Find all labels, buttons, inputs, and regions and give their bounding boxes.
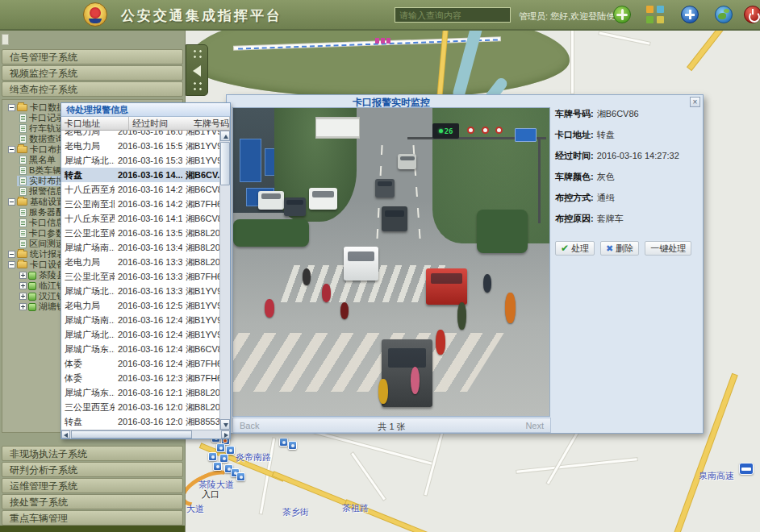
map-label-road: 茶乡街 xyxy=(282,506,309,518)
tree-expander-icon[interactable] xyxy=(19,303,27,310)
tree-node-icon xyxy=(19,239,27,248)
detail-row: 车牌颜色:灰色 xyxy=(555,171,700,183)
dashboard-grid-icon[interactable] xyxy=(646,6,664,23)
map-tools-icon[interactable] xyxy=(613,6,631,23)
one-key-handle-button[interactable]: 一键处理 xyxy=(645,241,691,256)
parked-car xyxy=(309,188,337,210)
car-dark xyxy=(382,206,407,231)
alarm-row[interactable]: 犀城广场北... 2016-03-16 13:3... 湘B1YV96 xyxy=(61,284,220,298)
map-road xyxy=(351,452,386,500)
horizontal-scrollbar[interactable] xyxy=(61,430,230,438)
tree-expander-icon[interactable] xyxy=(19,272,27,279)
close-icon[interactable]: × xyxy=(690,97,700,107)
tree-expander-icon[interactable] xyxy=(8,251,15,258)
column-header[interactable]: 卡口地址 xyxy=(61,117,129,130)
vertical-scrollbar[interactable] xyxy=(219,131,230,430)
app-header: 公安交通集成指挥平台 管理员: 您好,欢迎登陆使用 xyxy=(0,0,760,31)
logout-power-icon[interactable] xyxy=(744,6,760,23)
tree-expander-icon[interactable] xyxy=(8,104,15,111)
camera-marker[interactable] xyxy=(279,438,288,447)
sidebar-subsystem-item[interactable]: 运维管理子系统 xyxy=(2,478,183,493)
camera-marker[interactable] xyxy=(288,441,297,450)
add-icon[interactable] xyxy=(681,6,699,23)
sidebar-subsystem-item[interactable]: 视频监控子系统 xyxy=(2,65,183,81)
tree-expander-icon[interactable] xyxy=(8,146,15,153)
alarm-row[interactable]: 犀城广场南... 2016-03-16 13:4... 湘B8L203 xyxy=(61,240,220,255)
tree-node-icon xyxy=(19,218,27,227)
tree-node-icon xyxy=(19,229,27,238)
scene-blue-sign xyxy=(515,128,537,142)
scrollbar-thumb[interactable] xyxy=(220,142,230,185)
handle-button[interactable]: ✔ 处理 xyxy=(555,241,595,256)
scooter-rider xyxy=(483,274,491,293)
car-white-sedan xyxy=(344,247,378,281)
alarm-row[interactable]: 转盘 2016-03-16 14... 湘B6CV... xyxy=(61,168,220,182)
alarm-row[interactable]: 转盘 2016-03-16 12:0... 湘B8553G xyxy=(61,414,220,429)
check-icon: ✔ xyxy=(561,243,569,254)
alarm-row[interactable]: 十八丘西至东 2016-03-16 14:2... 湘B6CV86 xyxy=(61,182,220,197)
tree-expander-icon[interactable] xyxy=(19,293,27,300)
scroll-up-icon[interactable] xyxy=(220,131,230,141)
alarm-row[interactable]: 老电力局 2016-03-16 16:0... 湘B1YV96 xyxy=(61,131,220,139)
sidebar-subsystem-item[interactable]: 接处警子系统 xyxy=(2,494,183,509)
tree-node-icon xyxy=(19,114,27,123)
column-header[interactable]: 车牌号码 xyxy=(190,117,230,130)
tree-expander-icon[interactable] xyxy=(8,198,15,206)
alarm-row[interactable]: 体委 2016-03-16 12:4... 湘B7FH62 xyxy=(61,356,220,371)
camera-marker[interactable] xyxy=(213,462,222,471)
tree-node-icon xyxy=(17,146,27,153)
scroll-right-icon[interactable] xyxy=(221,430,230,438)
detail-row: 卡口地址:转盘 xyxy=(555,129,700,141)
alarm-row[interactable]: 老电力局 2016-03-16 13:3... 湘B8L203 xyxy=(61,255,220,269)
alarm-rows: 老电力局 2016-03-16 16:0... 湘B1YV96 老电力局 201… xyxy=(61,131,220,430)
alarm-row[interactable]: 犀城广场南... 2016-03-16 12:4... 湘B1YV96 xyxy=(61,313,220,327)
sidebar-subsystem-item[interactable]: 信号管理子系统 xyxy=(2,49,183,64)
map-road xyxy=(599,31,649,44)
camera-marker[interactable] xyxy=(236,472,245,481)
alarm-row[interactable]: 老电力局 2016-03-16 15:5... 湘B1YV96 xyxy=(61,139,220,153)
sidebar-subsystem-item[interactable]: 非现场执法子系统 xyxy=(2,446,183,461)
tree-node-icon xyxy=(17,198,27,206)
sidebar-subsystem-item[interactable]: 缉查布控子系统 xyxy=(2,81,183,97)
sidebar-subsystem-item[interactable]: 研判分析子系统 xyxy=(2,462,183,477)
tree-expander-icon[interactable] xyxy=(19,282,27,289)
scroll-left-icon[interactable] xyxy=(61,430,70,438)
alarm-row[interactable]: 十八丘东至西 2016-03-16 14:1... 湘B6CV86 xyxy=(61,211,220,226)
tree-expander-icon[interactable] xyxy=(8,261,15,268)
globe-icon[interactable] xyxy=(715,6,733,23)
tree-node-icon xyxy=(19,124,27,133)
next-button[interactable]: Next xyxy=(525,421,544,430)
camera-marker[interactable] xyxy=(216,443,225,452)
alarm-row[interactable]: 三公里北至南 2016-03-16 13:5... 湘B8L203 xyxy=(61,226,220,240)
sidebar-collapse-handle[interactable] xyxy=(186,44,208,96)
alarm-row[interactable]: 犀城广场北... 2016-03-16 12:4... 湘B1YV96 xyxy=(61,327,220,342)
alarm-row[interactable]: 三公里南至北 2016-03-16 14:2... 湘B7FH62 xyxy=(61,197,220,211)
camera-marker[interactable] xyxy=(208,452,217,461)
alarm-row[interactable]: 体委 2016-03-16 12:3... 湘B7FH62 xyxy=(61,371,220,385)
detail-row: 布控原因:套牌车 xyxy=(555,213,700,225)
alarm-row[interactable]: 犀城广场东... 2016-03-16 12:4... 湘B6CV86 xyxy=(61,342,220,356)
delete-button[interactable]: ✖ 删除 xyxy=(600,241,639,256)
police-emblem-icon xyxy=(83,2,107,27)
detail-row: 经过时间:2016-03-16 14:27:32 xyxy=(555,150,700,162)
alarm-row[interactable]: 犀城广场北... 2016-03-16 15:3... 湘B1YV96 xyxy=(61,153,220,168)
photo-count: 共 1 张 xyxy=(233,421,550,433)
tree-node-icon xyxy=(17,261,27,268)
tree-node-icon xyxy=(28,303,36,311)
scroll-down-icon[interactable] xyxy=(220,419,230,430)
grip-dots-icon xyxy=(192,81,203,92)
column-header[interactable]: 经过时间 xyxy=(129,117,190,130)
sidebar-subsystem-item[interactable]: 重点车辆管理 xyxy=(2,510,183,526)
tree-node-icon xyxy=(28,272,36,280)
scrollbar-thumb[interactable] xyxy=(71,430,192,438)
alarm-action-buttons: ✔ 处理 ✖ 删除 一键处理 xyxy=(555,241,691,256)
alarm-row[interactable]: 老电力局 2016-03-16 12:5... 湘B1YV96 xyxy=(61,298,220,313)
alarm-row[interactable]: 犀城广场东... 2016-03-16 12:1... 湘B8L203 xyxy=(61,385,220,400)
scene-hedge xyxy=(233,219,309,247)
alarm-row[interactable]: 三公里西至东 2016-03-16 12:0... 湘B8L203 xyxy=(61,400,220,414)
search-input[interactable] xyxy=(395,7,511,23)
alarm-row[interactable]: 三公里北至南 2016-03-16 13:3... 湘B7FH62 xyxy=(61,269,220,284)
alarm-detail-panel: 车牌号码:湘B6CV86 卡口地址:转盘 经过时间:2016-03-16 14:… xyxy=(555,108,700,234)
scooter-rider xyxy=(322,284,331,302)
map-road xyxy=(571,31,574,94)
